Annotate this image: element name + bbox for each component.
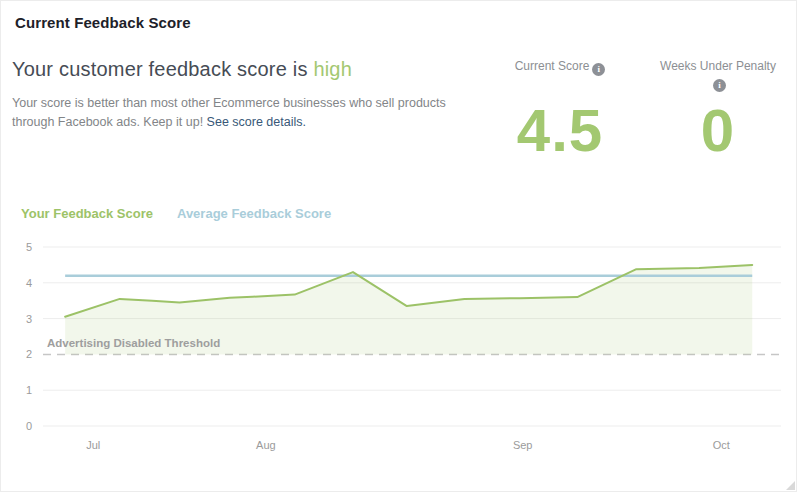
- score-description: Your score is better than most other Eco…: [12, 94, 482, 133]
- weeks-under-penalty-stat: Weeks Under Penaltyi 0: [654, 58, 782, 161]
- score-description-line2: through Facebook ads. Keep it up!: [12, 115, 203, 129]
- current-score-label: Current Scorei: [502, 58, 618, 95]
- info-icon[interactable]: i: [592, 63, 605, 76]
- feedback-score-chart: 543210Advertising Disabled ThresholdJulA…: [1, 231, 796, 481]
- chart-legend: Your Feedback Score Average Feedback Sco…: [21, 206, 331, 221]
- current-score-label-text: Current Score: [515, 59, 590, 73]
- legend-average-feedback-score[interactable]: Average Feedback Score: [177, 206, 331, 221]
- y-tick-label: 3: [26, 313, 32, 325]
- weeks-under-penalty-value: 0: [654, 101, 782, 161]
- y-tick-label: 2: [26, 348, 32, 360]
- page-title: Current Feedback Score: [15, 14, 191, 31]
- x-axis-label: Sep: [513, 439, 533, 451]
- score-description-line1: Your score is better than most other Eco…: [12, 96, 446, 110]
- x-axis-label: Jul: [86, 439, 100, 451]
- y-tick-label: 1: [26, 384, 32, 396]
- score-summary: Your customer feedback score is high You…: [12, 58, 482, 133]
- y-tick-label: 4: [26, 277, 32, 289]
- current-score-stat: Current Scorei 4.5: [502, 58, 618, 161]
- weeks-under-penalty-label-text: Weeks Under Penalty: [660, 59, 776, 73]
- x-axis-label: Oct: [713, 439, 730, 451]
- score-heading: Your customer feedback score is high: [12, 58, 482, 81]
- y-tick-label: 0: [26, 420, 32, 432]
- info-icon[interactable]: i: [713, 79, 726, 92]
- score-level-badge: high: [313, 58, 352, 80]
- see-score-details-link[interactable]: See score details.: [207, 115, 306, 129]
- y-tick-label: 5: [26, 241, 32, 253]
- current-score-value: 4.5: [502, 101, 618, 161]
- feedback-score-card: Current Feedback Score Your customer fee…: [0, 0, 797, 492]
- stats-panel: Current Scorei 4.5 Weeks Under Penaltyi …: [502, 58, 782, 161]
- weeks-under-penalty-label: Weeks Under Penaltyi: [654, 58, 782, 95]
- x-axis-label: Aug: [256, 439, 276, 451]
- resize-grip[interactable]: [786, 481, 795, 490]
- threshold-label: Advertising Disabled Threshold: [47, 337, 220, 349]
- score-heading-text: Your customer feedback score is: [12, 58, 308, 80]
- legend-your-feedback-score[interactable]: Your Feedback Score: [21, 206, 153, 221]
